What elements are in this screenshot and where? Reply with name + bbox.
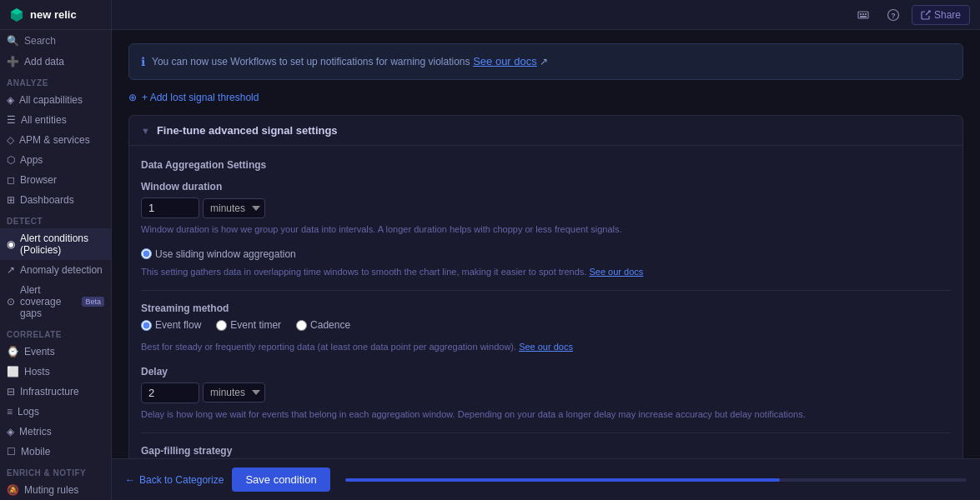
sidebar-item-metrics[interactable]: ◈ Metrics [0,422,111,442]
hosts-icon: ⬜ [7,366,19,378]
delay-label: Delay [141,366,951,378]
info-box: ℹ You can now use Workflows to set up no… [128,43,963,80]
sidebar-item-browser[interactable]: ◻ Browser [0,170,111,190]
coverage-gaps-icon: ⊙ [7,296,15,308]
window-duration-desc: Window duration is how we group your dat… [141,222,951,237]
back-button[interactable]: ← Back to Categorize [125,474,224,486]
keyboard-shortcuts-button[interactable] [852,3,875,27]
events-icon: ⌚ [7,346,19,358]
help-button[interactable]: ? [882,3,905,27]
sliding-link[interactable]: See our docs [589,267,643,277]
fine-tune-title: Fine-tune advanced signal settings [157,124,338,137]
streaming-options-row: Event flow Event timer Cadence [141,319,951,336]
progress-bar [345,478,967,482]
info-docs-link[interactable]: See our docs [473,55,537,68]
share-label: Share [934,9,961,21]
sidebar-item-alert-coverage-gaps[interactable]: ⊙ Alert coverage gaps Beta [0,280,111,323]
sidebar-item-infrastructure[interactable]: ⊟ Infrastructure [0,382,111,402]
event-flow-group: Event flow [141,319,201,331]
sliding-window-radio[interactable] [141,248,152,259]
save-label: Save condition [245,473,316,486]
muting-icon: 🔕 [7,484,19,496]
metrics-icon: ◈ [7,426,14,438]
dashboards-label: Dashboards [20,194,74,206]
sidebar-item-all-entities[interactable]: ☰ All entities [0,110,111,130]
streaming-desc-text: Best for steady or frequently reporting … [141,342,516,352]
search-label: Search [24,35,56,47]
logs-icon: ≡ [7,406,13,418]
search-icon: 🔍 [7,35,19,47]
apm-label: APM & services [19,134,90,146]
info-text: You can now use Workflows to set up noti… [152,56,470,68]
save-condition-button[interactable]: Save condition [232,468,329,492]
sliding-window-row: Use sliding window aggregation [141,248,951,260]
sidebar-item-alert-conditions[interactable]: ◉ Alert conditions (Policies) [0,228,111,260]
main-panel: ? Share ℹ You can now use Workflows to s… [112,0,980,500]
back-arrow-icon: ← [125,474,135,486]
sidebar-item-all-capabilities[interactable]: ◈ All capabilities [0,90,111,110]
divider-2 [141,432,951,433]
plus-icon: ⊕ [128,92,137,103]
sidebar-item-apps[interactable]: ⬡ Apps [0,150,111,170]
infrastructure-label: Infrastructure [20,386,79,398]
sidebar-item-events[interactable]: ⌚ Events [0,342,111,362]
all-entities-icon: ☰ [7,114,16,126]
sidebar-item-dashboards[interactable]: ⊞ Dashboards [0,190,111,210]
browser-label: Browser [20,174,57,186]
svg-rect-4 [860,16,867,18]
alert-conditions-label: Alert conditions (Policies) [20,232,104,256]
data-aggregation-label: Data Aggregation Settings [141,159,951,171]
apps-icon: ⬡ [7,154,15,166]
back-label: Back to Categorize [139,474,224,486]
gap-fill-section-label: Gap-filling strategy [141,445,951,457]
window-duration-unit-select[interactable]: seconds minutes hours [203,198,265,218]
coverage-gaps-label: Alert coverage gaps [20,284,74,319]
event-flow-label[interactable]: Event flow [155,319,201,331]
event-timer-group: Event timer [216,319,281,331]
progress-fill [345,478,781,482]
info-icon: ℹ [141,55,145,68]
event-timer-radio[interactable] [216,320,227,331]
sliding-desc-text: This setting gathers data in overlapping… [141,267,586,277]
events-label: Events [24,346,55,358]
delay-row: seconds minutes hours [141,382,951,403]
app-brand: new relic [30,8,77,21]
sidebar-item-anomaly-detection[interactable]: ↗ Anomaly detection [0,260,111,280]
add-threshold-button[interactable]: ⊕ + Add lost signal threshold [128,92,963,103]
sidebar-item-mobile[interactable]: ☐ Mobile [0,442,111,462]
event-timer-label[interactable]: Event timer [230,319,281,331]
delay-unit-select[interactable]: seconds minutes hours [203,382,265,402]
metrics-label: Metrics [19,426,52,438]
bottom-bar: ← Back to Categorize Save condition [112,458,980,500]
sidebar-item-hosts[interactable]: ⬜ Hosts [0,362,111,382]
search-item[interactable]: 🔍 Search [0,30,111,52]
sidebar-item-logs[interactable]: ≡ Logs [0,402,111,422]
cadence-label[interactable]: Cadence [310,319,350,331]
analyze-section-label: ANALYZE [0,72,111,90]
divider-1 [141,290,951,291]
delay-input[interactable] [141,382,199,403]
sidebar-item-muting-rules[interactable]: 🔕 Muting rules [0,480,111,500]
event-flow-radio[interactable] [141,320,152,331]
apm-icon: ◇ [7,134,14,146]
detect-section-label: DETECT [0,210,111,228]
enrich-section-label: ENRICH & NOTIFY [0,462,111,480]
mobile-label: Mobile [21,446,50,458]
mobile-icon: ☐ [7,446,16,458]
cadence-radio[interactable] [296,320,307,331]
add-data-item[interactable]: ➕ Add data [0,52,111,72]
add-data-icon: ➕ [7,56,19,68]
sliding-window-label[interactable]: Use sliding window aggregation [155,248,296,260]
window-duration-row: seconds minutes hours [141,198,951,218]
all-capabilities-icon: ◈ [7,94,14,106]
window-duration-input[interactable] [141,198,199,218]
sidebar-item-apm-services[interactable]: ◇ APM & services [0,130,111,150]
share-button[interactable]: Share [912,5,970,25]
dashboards-icon: ⊞ [7,194,15,206]
add-threshold-label: + Add lost signal threshold [142,92,259,103]
anomaly-label: Anomaly detection [20,264,103,276]
svg-rect-2 [862,13,864,15]
fine-tune-header[interactable]: ▼ Fine-tune advanced signal settings [129,116,962,146]
apps-label: Apps [20,154,43,166]
streaming-link[interactable]: See our docs [519,342,573,352]
